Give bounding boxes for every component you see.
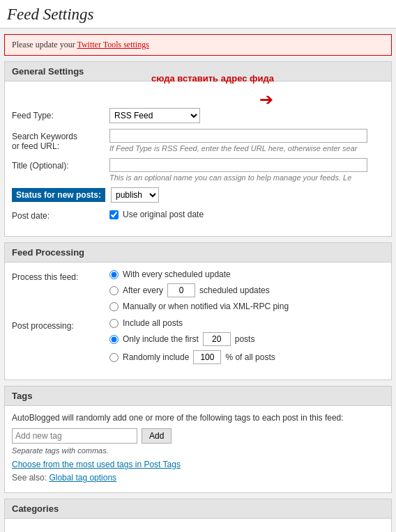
after-every-label: After every	[123, 285, 163, 295]
scheduled-updates-label: scheduled updates	[199, 285, 270, 295]
status-label: Status for new posts:	[12, 188, 105, 202]
status-select[interactable]: publish draft pending	[111, 187, 159, 203]
process-radio-1[interactable]	[109, 270, 119, 279]
tags-section: Tags AutoBlogged will randomly add one o…	[4, 386, 392, 493]
post-processing-row: Post processing: Include all posts Only …	[12, 318, 384, 364]
feed-type-field: RSS Feed Twitter Other	[109, 108, 384, 123]
process-option-1: With every scheduled update	[109, 269, 289, 279]
process-feed-row: Process this feed: With every scheduled …	[12, 269, 384, 311]
tag-input-row: Add	[12, 428, 384, 444]
post-radio-3[interactable]	[109, 353, 119, 362]
randomly-input[interactable]	[193, 350, 221, 364]
first-posts-input[interactable]	[203, 332, 231, 346]
alert-text: Please update your	[12, 40, 77, 49]
status-field: publish draft pending	[111, 187, 159, 203]
post-processing-label: Post processing:	[12, 318, 109, 331]
post-date-checkbox[interactable]	[109, 210, 119, 219]
arrow-icon: ➔	[259, 90, 273, 109]
process-feed-options: With every scheduled update After every …	[109, 269, 289, 311]
posts-suffix-label: posts	[235, 334, 255, 344]
search-url-label: Search Keywords or feed URL:	[12, 129, 109, 151]
feed-processing-header: Feed Processing	[5, 243, 391, 263]
process-radio-2[interactable]	[109, 286, 119, 295]
post-processing-options: Include all posts Only include the first…	[109, 318, 275, 364]
after-every-input[interactable]	[167, 283, 195, 297]
see-also-row: See also: Global tag options	[12, 473, 384, 483]
search-url-row: Search Keywords or feed URL: If Feed Typ…	[12, 129, 384, 152]
title-label: Title (Optional):	[12, 158, 109, 171]
post-radio-2[interactable]	[109, 335, 119, 344]
randomly-suffix-label: % of all posts	[225, 352, 275, 362]
alert-bar: Please update your Twitter Tools setting…	[4, 34, 392, 56]
general-settings-section: General Settings сюда вставить адрес фид…	[4, 61, 392, 237]
process-feed-label: Process this feed:	[12, 269, 109, 282]
see-also-label: See also:	[12, 473, 47, 483]
annotation-text: сюда вставить адрес фида	[151, 73, 274, 84]
feed-type-select[interactable]: RSS Feed Twitter Other	[109, 108, 200, 123]
feed-type-row: Feed Type: RSS Feed Twitter Other	[12, 108, 384, 123]
process-option-3: Manually or when notified via XML-RPC pi…	[109, 302, 289, 311]
page-title: Feed Settings	[0, 0, 396, 29]
post-date-label: Post date:	[12, 208, 109, 221]
twitter-tools-link[interactable]: Twitter Tools settings	[77, 40, 148, 49]
post-date-text: Use original post date	[123, 210, 204, 219]
tag-input[interactable]	[12, 428, 137, 444]
most-used-tags-link[interactable]: Choose from the most used tags in Post T…	[12, 460, 181, 469]
process-option-3-label: Manually or when notified via XML-RPC pi…	[123, 302, 289, 311]
title-row: Title (Optional): This is an optional na…	[12, 158, 384, 182]
post-option-1-label: Include all posts	[123, 318, 183, 328]
tags-header: Tags	[5, 386, 391, 406]
tag-hint: Separate tags with commas.	[12, 446, 384, 455]
post-radio-1[interactable]	[109, 319, 119, 328]
post-date-field: Use original post date	[109, 210, 204, 219]
post-option-1: Include all posts	[109, 318, 275, 328]
categories-section: Categories	[4, 499, 392, 532]
post-option-2: Only include the first posts	[109, 332, 275, 346]
feed-processing-section: Feed Processing Process this feed: With …	[4, 242, 392, 380]
categories-header: Categories	[5, 499, 391, 519]
only-include-label: Only include the first	[123, 334, 199, 344]
tags-description: AutoBlogged will randomly add one or mor…	[12, 413, 384, 423]
randomly-label: Randomly include	[123, 352, 189, 362]
global-tag-options-link[interactable]: Global tag options	[49, 473, 116, 483]
title-hint: This is an optional name you can assign …	[109, 173, 384, 182]
process-radio-3[interactable]	[109, 302, 119, 311]
process-option-1-label: With every scheduled update	[123, 269, 231, 279]
process-option-2: After every scheduled updates	[109, 283, 289, 297]
status-row: Status for new posts: publish draft pend…	[12, 187, 384, 203]
add-tag-button[interactable]: Add	[142, 428, 172, 444]
search-url-input[interactable]	[109, 129, 367, 143]
post-option-3: Randomly include % of all posts	[109, 350, 275, 364]
search-url-hint: If Feed Type is RSS Feed, enter the feed…	[109, 144, 384, 152]
feed-type-label: Feed Type:	[12, 108, 109, 120]
title-input[interactable]	[109, 158, 367, 172]
search-url-field: If Feed Type is RSS Feed, enter the feed…	[109, 129, 384, 152]
title-field: This is an optional name you can assign …	[109, 158, 384, 182]
post-date-row: Post date: Use original post date	[12, 208, 384, 221]
